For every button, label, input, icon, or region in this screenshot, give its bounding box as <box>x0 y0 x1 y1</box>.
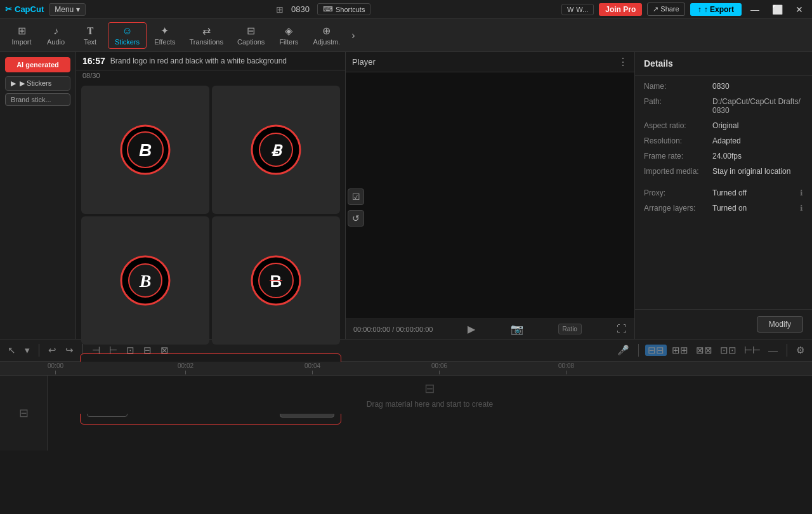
sticker-panel: 16:57 Brand logo in red and black with a… <box>76 52 345 339</box>
tool-adjustm[interactable]: ⊕ Adjustm. <box>306 22 346 48</box>
app-logo: ✂ CapCut <box>5 4 44 14</box>
proxy-info-icon[interactable]: ℹ <box>800 188 803 197</box>
cursor-dropdown[interactable]: ▾ <box>22 345 32 356</box>
details-panel: Details Name: 0830 Path: D:/CapCut/CapCu… <box>634 52 812 339</box>
tool-text[interactable]: 𝐓 Text <box>74 23 107 48</box>
settings-button[interactable]: ⚙ <box>794 345 807 356</box>
refresh-icon-btn[interactable]: ↺ <box>348 210 364 227</box>
sticker-item-4[interactable]: B <box>212 216 340 345</box>
import-icon: ⊞ <box>18 25 26 37</box>
ruler-mark-2: 00:04 <box>304 362 320 374</box>
undo-button[interactable]: ↩ <box>46 345 59 356</box>
cursor-tool[interactable]: ↖ <box>5 345 18 356</box>
player-screen <box>346 72 634 319</box>
arrange-layers-info-icon[interactable]: ℹ <box>800 204 803 213</box>
stickers-icon: ☺ <box>122 25 132 37</box>
join-pro-button[interactable]: Join Pro <box>599 3 642 16</box>
workspace-button[interactable]: W W... <box>561 4 594 15</box>
text-icon: 𝐓 <box>87 25 94 37</box>
adjustm-icon: ⊕ <box>322 25 331 37</box>
timeline-track-area[interactable]: ⊟ Drag material here and start to create <box>48 376 812 451</box>
player-panel: Player ⋮ 00:00:00:00 / 00:00:00:00 ▶ 📷 R… <box>345 52 634 339</box>
ai-generated-button[interactable]: AI generated <box>5 57 70 72</box>
play-button[interactable]: ▶ <box>468 323 475 335</box>
export-button[interactable]: ↑ ↑ Export <box>690 3 742 16</box>
logo-text: ✂ <box>5 4 12 14</box>
sticker-count: 08/30 <box>76 70 345 81</box>
fullscreen-button[interactable]: ⛶ <box>617 324 627 335</box>
tool-audio[interactable]: ♪ Audio <box>39 23 72 48</box>
tool-import[interactable]: ⊞ Import <box>5 22 38 48</box>
svg-text:B: B <box>270 272 282 291</box>
lock-button[interactable]: ⊢⊢ <box>742 345 763 356</box>
drag-label: Drag material here and start to create <box>367 400 493 409</box>
snap-button[interactable]: ⊞⊞ <box>669 345 691 356</box>
tool-effects[interactable]: ✦ Effects <box>148 22 181 48</box>
shortcuts-button[interactable]: ⌨ Shortcuts <box>317 3 370 15</box>
detail-aspect-ratio: Aspect ratio: Original <box>644 121 803 130</box>
select-icon-btn[interactable]: ☑ <box>348 188 364 205</box>
sticker-description: Brand logo in red and black with a white… <box>110 56 287 65</box>
detail-frame-rate: Frame rate: 24.00fps <box>644 152 803 161</box>
toolbar-more-button[interactable]: › <box>348 30 358 41</box>
ratio-button[interactable]: Ratio <box>558 324 582 334</box>
ruler-mark-3: 00:06 <box>431 362 447 374</box>
modify-button[interactable]: Modify <box>757 316 803 333</box>
captions-icon: ⊟ <box>247 25 255 37</box>
player-title: Player <box>352 57 376 67</box>
toolbar-divider-3 <box>638 344 639 357</box>
drag-icon: ⊟ <box>424 381 435 396</box>
menu-button[interactable]: Menu ▾ <box>49 3 85 16</box>
timeline-track-icon: ⊟ <box>19 406 29 420</box>
redo-button[interactable]: ↪ <box>63 345 76 356</box>
project-name: 0830 <box>291 4 310 14</box>
minus-button[interactable]: — <box>766 345 780 356</box>
timeline-track-stub: ⊟ <box>0 376 48 451</box>
left-panel: AI generated ▶ ▶ Stickers Brand stick... <box>0 52 76 339</box>
audio-icon: ♪ <box>53 25 58 37</box>
tool-transitions[interactable]: ⇄ Transitions <box>183 22 230 48</box>
fit-button[interactable]: ⊟⊟ <box>645 345 667 356</box>
svg-text:B: B <box>139 140 152 160</box>
link-button[interactable]: ⊠⊠ <box>693 345 715 356</box>
detail-path: Path: D:/CapCut/CapCut Drafts/0830 <box>644 97 803 115</box>
workspace-icon: W <box>567 6 573 13</box>
filters-icon: ◈ <box>285 25 292 37</box>
toolbar-divider-4 <box>787 344 787 357</box>
detail-proxy: Proxy: Turned off ℹ <box>644 188 803 197</box>
tool-stickers[interactable]: ☺ Stickers <box>108 22 147 49</box>
layout-icon: ⊞ <box>276 4 284 15</box>
sticker-item-2[interactable]: Ƀ <box>212 86 340 214</box>
ruler-mark-0: 00:00 <box>48 362 63 374</box>
snapshot-button[interactable]: 📷 <box>511 323 523 335</box>
timeline-placeholder: ⊟ Drag material here and start to create <box>53 381 807 409</box>
sticker-item-3[interactable]: B <box>81 216 209 345</box>
ruler-mark-1: 00:02 <box>178 362 193 374</box>
toolbar-divider-1 <box>39 344 39 357</box>
tool-captions[interactable]: ⊟ Captions <box>231 22 271 48</box>
detail-resolution: Resolution: Adapted <box>644 136 803 145</box>
sticker-item-1[interactable]: B <box>81 86 209 214</box>
export-icon: ↑ <box>698 5 702 14</box>
timeline: 00:00 00:02 00:04 00:06 00:08 ⊟ ⊟ <box>0 362 812 451</box>
restore-button[interactable]: ⬜ <box>768 4 787 15</box>
detail-arrange-layers: Arrange layers: Turned on ℹ <box>644 204 803 213</box>
close-button[interactable]: ✕ <box>792 4 807 15</box>
tool-filters[interactable]: ◈ Filters <box>272 22 305 48</box>
timecode: 00:00:00:00 / 00:00:00:00 <box>353 326 433 333</box>
mic-button[interactable]: 🎤 <box>615 345 632 356</box>
stickers-category-icon: ▶ <box>11 79 16 88</box>
svg-text:B: B <box>139 271 152 291</box>
share-button[interactable]: ↗ Share <box>647 3 684 16</box>
player-menu-button[interactable]: ⋮ <box>618 56 628 68</box>
effects-icon: ✦ <box>160 25 169 37</box>
shortcuts-icon: ⌨ <box>323 5 333 13</box>
ruler-mark-4: 00:08 <box>558 362 574 374</box>
detail-name: Name: 0830 <box>644 82 803 91</box>
minimize-button[interactable]: — <box>747 4 763 15</box>
stickers-category[interactable]: ▶ ▶ Stickers <box>5 76 70 91</box>
transitions-icon: ⇄ <box>202 25 211 37</box>
sticker-time: 16:57 <box>82 56 105 66</box>
grid-button[interactable]: ⊡⊡ <box>717 345 739 356</box>
brand-sticker-tag[interactable]: Brand stick... <box>5 93 70 106</box>
